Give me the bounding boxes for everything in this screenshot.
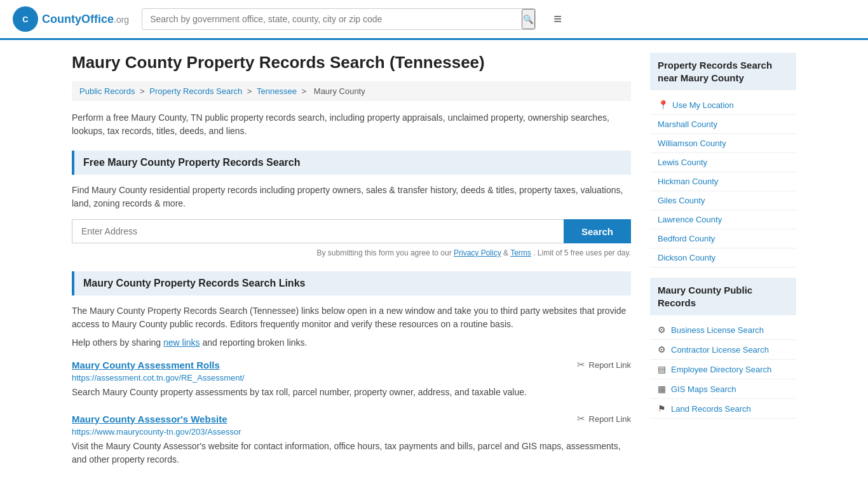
sidebar-item-employee-directory[interactable]: ▤ Employee Directory Search (650, 360, 796, 379)
sidebar-item-business-license[interactable]: ⚙ Business License Search (650, 320, 796, 340)
breadcrumb-tennessee[interactable]: Tennessee (257, 86, 297, 96)
right-sidebar: Property Records Search near Maury Count… (650, 53, 796, 480)
breadcrumb-current: Maury County (314, 86, 365, 96)
location-pin-icon: 📍 (658, 100, 668, 110)
sidebar-item-dickson-county[interactable]: Dickson County (650, 248, 796, 268)
assessment-rolls-link[interactable]: Maury County Assessment Rolls (72, 360, 220, 370)
page-title: Maury County Property Records Search (Te… (72, 53, 631, 72)
links-section-heading: Maury County Property Records Search Lin… (72, 271, 631, 295)
breadcrumb: Public Records > Property Records Search… (72, 81, 631, 101)
gear-icon-2: ⚙ (658, 344, 666, 355)
links-description: The Maury County Property Records Search… (72, 304, 631, 331)
nearby-section-header: Property Records Search near Maury Count… (650, 53, 796, 90)
logo-text: CountyOffice.org (42, 13, 129, 26)
new-links-text: Help others by sharing new links and rep… (72, 337, 631, 348)
assessor-website-desc: Visit the Maury County Assessor's websit… (72, 440, 631, 466)
report-icon-2: ✂ (577, 413, 585, 424)
list-icon: ▤ (658, 364, 666, 374)
assessor-website-link[interactable]: Maury County Assessor's Website (72, 414, 227, 424)
global-search-button[interactable]: 🔍 (522, 9, 535, 29)
search-description: Find Maury County residential property r… (72, 184, 631, 210)
sidebar-item-marshall-county[interactable]: Marshall County (650, 115, 796, 134)
terms-link[interactable]: Terms (510, 248, 531, 257)
privacy-policy-link[interactable]: Privacy Policy (454, 248, 501, 257)
sidebar-item-lawrence-county[interactable]: Lawrence County (650, 210, 796, 229)
sidebar-item-hickman-county[interactable]: Hickman County (650, 172, 796, 191)
address-search-button[interactable]: Search (564, 219, 631, 243)
logo-icon: C (13, 6, 38, 32)
report-icon: ✂ (577, 359, 585, 370)
global-search-bar: 🔍 (142, 8, 536, 30)
free-search-heading: Free Maury County Property Records Searc… (72, 151, 631, 175)
map-icon: ▦ (658, 384, 666, 394)
address-search-form: Search (72, 219, 631, 243)
breadcrumb-property-records-search[interactable]: Property Records Search (149, 86, 242, 96)
new-links-link[interactable]: new links (163, 337, 200, 348)
sidebar-item-lewis-county[interactable]: Lewis County (650, 153, 796, 172)
report-link-button-1[interactable]: ✂ Report Link (577, 359, 631, 370)
breadcrumb-public-records[interactable]: Public Records (79, 86, 135, 96)
public-records-section-header: Maury County Public Records (650, 278, 796, 315)
flag-icon: ⚑ (658, 403, 666, 414)
sidebar-item-giles-county[interactable]: Giles County (650, 191, 796, 210)
assessment-rolls-url[interactable]: https://assessment.cot.tn.gov/RE_Assessm… (72, 373, 631, 383)
list-item: Maury County Assessment Rolls ✂ Report L… (72, 359, 631, 399)
sidebar-item-gis-maps[interactable]: ▦ GIS Maps Search (650, 379, 796, 399)
logo[interactable]: C CountyOffice.org (13, 6, 129, 32)
list-item: Maury County Assessor's Website ✂ Report… (72, 413, 631, 466)
global-search-input[interactable] (142, 9, 522, 29)
sidebar-item-williamson-county[interactable]: Williamson County (650, 134, 796, 153)
use-my-location-item[interactable]: 📍 Use My Location (650, 95, 796, 115)
menu-button[interactable]: ≡ (548, 8, 567, 30)
use-my-location-link[interactable]: Use My Location (672, 100, 734, 110)
assessment-rolls-desc: Search Maury County property assessments… (72, 386, 631, 399)
svg-text:C: C (22, 15, 29, 24)
sidebar-item-bedford-county[interactable]: Bedford County (650, 229, 796, 248)
assessor-website-url[interactable]: https://www.maurycounty-tn.gov/203/Asses… (72, 427, 631, 437)
address-input[interactable] (72, 219, 564, 243)
intro-text: Perform a free Maury County, TN public p… (72, 111, 631, 138)
sidebar-item-land-records[interactable]: ⚑ Land Records Search (650, 399, 796, 419)
sidebar-item-contractor-license[interactable]: ⚙ Contractor License Search (650, 340, 796, 360)
gear-icon-1: ⚙ (658, 325, 666, 335)
report-link-button-2[interactable]: ✂ Report Link (577, 413, 631, 424)
form-note: By submitting this form you agree to our… (72, 248, 631, 257)
search-icon: 🔍 (523, 15, 534, 24)
